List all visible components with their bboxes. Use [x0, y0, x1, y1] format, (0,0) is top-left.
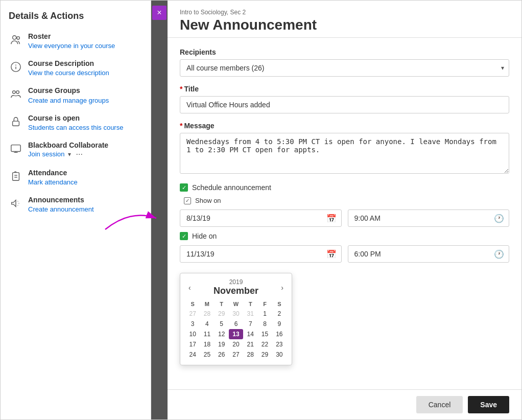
- announcement-panel: Intro to Sociology, Sec 2 New Announceme…: [168, 1, 521, 419]
- title-required-mark: *: [180, 85, 182, 93]
- show-on-date-time-row: 📅 🕐: [180, 209, 509, 227]
- attendance-link[interactable]: Mark attendance: [28, 178, 78, 186]
- cal-day[interactable]: 18: [200, 339, 214, 349]
- cal-day[interactable]: 31: [243, 309, 257, 319]
- recipients-select[interactable]: All course members (26): [180, 59, 509, 77]
- hide-on-checkbox[interactable]: ✓: [180, 232, 188, 240]
- cal-day[interactable]: 29: [257, 349, 272, 360]
- cal-day[interactable]: 12: [215, 329, 229, 339]
- svg-point-6: [16, 91, 19, 94]
- cal-day[interactable]: 30: [229, 309, 243, 319]
- roster-link[interactable]: View everyone in your course: [28, 42, 115, 50]
- info-icon: [9, 60, 23, 74]
- cal-day[interactable]: 14: [243, 329, 257, 339]
- recipients-group: Recipients All course members (26) ▾: [180, 48, 509, 77]
- cal-day[interactable]: 28: [200, 309, 214, 319]
- title-input[interactable]: [180, 96, 509, 113]
- cancel-button[interactable]: Cancel: [416, 396, 463, 413]
- lock-icon: [9, 114, 23, 129]
- cal-day[interactable]: 28: [243, 349, 257, 360]
- svg-rect-9: [13, 173, 19, 181]
- course-open-link[interactable]: Students can access this course: [28, 124, 123, 131]
- blackboard-ellipsis[interactable]: ···: [76, 150, 83, 159]
- message-textarea[interactable]: Wednesdays from 4 to 5:30 PM CT is open …: [180, 133, 509, 174]
- hide-on-date-wrap: 📅: [180, 245, 342, 263]
- cal-day[interactable]: 4: [200, 319, 214, 329]
- sidebar: Details & Actions Roster View everyone i…: [1, 1, 151, 419]
- show-on-clock-icon[interactable]: 🕐: [494, 214, 504, 223]
- cal-day[interactable]: 7: [243, 319, 257, 329]
- hide-on-calendar-icon[interactable]: 📅: [326, 249, 337, 259]
- show-on-checkbox[interactable]: ✓: [184, 197, 191, 204]
- cal-day[interactable]: 22: [257, 339, 272, 349]
- cal-day[interactable]: 15: [257, 329, 272, 339]
- cal-day[interactable]: 19: [215, 339, 229, 349]
- cal-header-fri: F: [257, 299, 272, 309]
- sidebar-item-attendance: Attendance Mark attendance: [9, 168, 143, 186]
- save-button[interactable]: Save: [468, 396, 509, 413]
- show-on-label: Show on: [195, 197, 221, 204]
- sidebar-item-course-open: Course is open Students can access this …: [9, 113, 143, 131]
- cal-day[interactable]: 25: [200, 349, 214, 360]
- schedule-label: Schedule announcement: [192, 183, 271, 192]
- hide-on-clock-icon[interactable]: 🕐: [494, 249, 504, 259]
- panel-subtitle: Intro to Sociology, Sec 2: [180, 9, 509, 16]
- cal-day[interactable]: 6: [229, 319, 243, 329]
- cal-day[interactable]: 2: [272, 309, 287, 319]
- groups-icon: [9, 87, 23, 101]
- calendar-prev-button[interactable]: ‹: [185, 283, 194, 293]
- show-on-time-wrap: 🕐: [348, 209, 510, 227]
- cal-day[interactable]: 17: [185, 339, 200, 349]
- schedule-checkbox[interactable]: ✓: [180, 183, 188, 192]
- cal-day[interactable]: 5: [215, 319, 229, 329]
- cal-day[interactable]: 16: [272, 329, 287, 339]
- course-description-link[interactable]: View the course description: [28, 69, 109, 77]
- table-row: 17 18 19 20 21 22 23: [185, 339, 287, 349]
- cal-day[interactable]: 30: [272, 349, 287, 360]
- calendar-month: November: [213, 286, 258, 296]
- show-on-date-input[interactable]: [180, 209, 342, 227]
- cal-day[interactable]: 1: [257, 309, 272, 319]
- hide-on-date-input[interactable]: [180, 245, 342, 263]
- cal-day[interactable]: 24: [185, 349, 200, 360]
- title-label: *Title: [180, 85, 509, 93]
- cal-day[interactable]: 27: [229, 349, 243, 360]
- blackboard-link[interactable]: Join session: [28, 150, 65, 158]
- show-on-time-input[interactable]: [348, 209, 510, 227]
- cal-header-sun: S: [185, 299, 200, 309]
- cal-day[interactable]: 20: [229, 339, 243, 349]
- cal-day[interactable]: 27: [185, 309, 200, 319]
- course-groups-link[interactable]: Create and manage groups: [28, 97, 109, 104]
- panel-header: Intro to Sociology, Sec 2 New Announceme…: [168, 1, 521, 38]
- calendar-next-button[interactable]: ›: [278, 283, 287, 293]
- sidebar-item-blackboard: Blackboard Collaborate Join session ▾ ··…: [9, 141, 143, 159]
- cal-header-wed: W: [229, 299, 243, 309]
- sidebar-item-roster-label: Roster: [28, 32, 115, 41]
- close-button[interactable]: ×: [152, 6, 167, 20]
- course-groups-label: Course Groups: [28, 86, 109, 95]
- hide-on-label: Hide on: [192, 232, 217, 240]
- screen-icon: [9, 142, 23, 156]
- svg-point-0: [13, 36, 16, 39]
- show-on-checkbox-row: ✓ Show on: [184, 197, 509, 204]
- cal-header-tue: T: [215, 299, 229, 309]
- cal-day[interactable]: 29: [215, 309, 229, 319]
- cal-day[interactable]: 8: [257, 319, 272, 329]
- cal-day-selected[interactable]: 13: [229, 329, 243, 339]
- cal-day[interactable]: 3: [185, 319, 200, 329]
- join-session-dropdown[interactable]: ▾: [68, 151, 71, 158]
- message-group: *Message Wednesdays from 4 to 5:30 PM CT…: [180, 122, 509, 175]
- calendar-grid: S M T W T F S 27 28 29: [185, 299, 287, 360]
- create-announcement-link[interactable]: Create announcement: [28, 205, 94, 213]
- cal-day[interactable]: 23: [272, 339, 287, 349]
- cal-day[interactable]: 26: [215, 349, 229, 360]
- cal-day[interactable]: 11: [200, 329, 214, 339]
- cal-day[interactable]: 10: [185, 329, 200, 339]
- cal-day[interactable]: 9: [272, 319, 287, 329]
- title-group: *Title: [180, 85, 509, 113]
- show-on-calendar-icon[interactable]: 📅: [326, 214, 337, 223]
- panel-footer: Cancel Save: [168, 389, 521, 419]
- hide-on-time-input[interactable]: [348, 245, 510, 263]
- recipients-select-wrapper: All course members (26) ▾: [180, 59, 509, 77]
- cal-day[interactable]: 21: [243, 339, 257, 349]
